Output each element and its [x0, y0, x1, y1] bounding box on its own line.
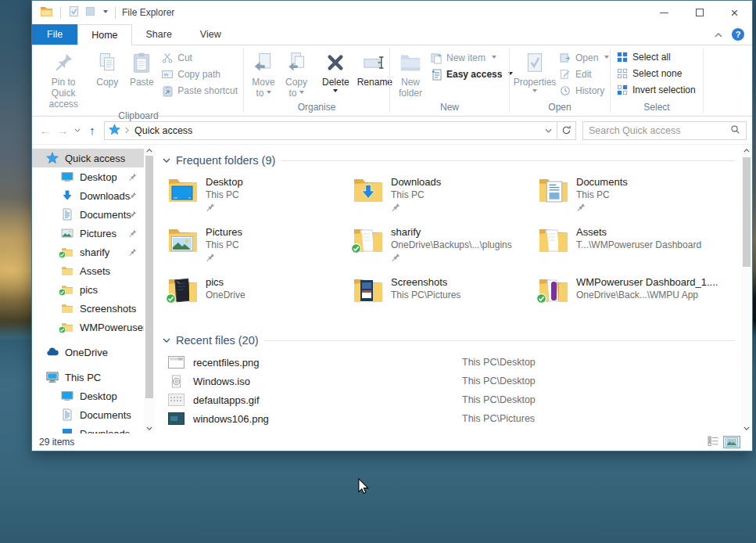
sidebar-item-assets[interactable]: Assets — [32, 261, 144, 280]
search-box[interactable] — [582, 121, 747, 140]
pin-icon — [128, 247, 137, 259]
disc-image-icon — [167, 375, 185, 388]
sidebar-item-pictures[interactable]: Pictures — [32, 224, 144, 243]
tile-downloads[interactable]: Downloads This PC — [353, 173, 538, 223]
recent-locations-chevron-icon[interactable] — [71, 128, 84, 132]
scrollbar-thumb[interactable] — [145, 156, 153, 398]
edit-button[interactable]: Edit — [559, 68, 609, 81]
copy-path-button[interactable]: Copy path — [161, 68, 238, 81]
chevron-down-icon[interactable] — [163, 338, 170, 343]
invert-selection-button[interactable]: Invert selection — [616, 84, 696, 96]
paste-shortcut-button[interactable]: Paste shortcut — [161, 85, 238, 97]
file-row-defaultapps[interactable]: defaultapps.gif This PC\Desktop — [167, 390, 741, 409]
breadcrumb[interactable]: Quick access — [134, 125, 192, 136]
easy-access-button[interactable]: Easy access — [430, 68, 513, 81]
sidebar-item-pics[interactable]: pics — [32, 280, 144, 299]
app-folder-icon — [40, 5, 53, 20]
sidebar-item-sharify[interactable]: sharify — [32, 243, 144, 261]
new-folder-button[interactable]: New folder — [393, 48, 428, 99]
select-all-button[interactable]: Select all — [616, 51, 696, 63]
folder-downloads-icon — [353, 176, 384, 204]
pin-icon — [576, 203, 628, 214]
tab-share[interactable]: Share — [132, 24, 186, 45]
qat-new-folder-button[interactable] — [84, 5, 96, 20]
copy-button[interactable]: Copy — [90, 48, 124, 88]
properties-button[interactable]: Properties — [513, 48, 557, 95]
file-row-recentfiles[interactable]: recentfiles.png This PC\Desktop — [167, 353, 741, 372]
sidebar-item-downloads[interactable]: Downloads — [32, 186, 144, 205]
paste-button[interactable]: Paste — [124, 48, 159, 88]
cut-button[interactable]: Cut — [161, 52, 238, 64]
sidebar-item-quick-access[interactable]: Quick access — [32, 149, 144, 167]
this-pc-icon — [46, 371, 59, 383]
scroll-up-icon[interactable] — [144, 145, 155, 156]
search-icon[interactable] — [730, 124, 740, 137]
select-none-button[interactable]: Select none — [616, 67, 696, 80]
address-dropdown-chevron-icon[interactable] — [539, 122, 557, 139]
sidebar-item-wmpoweruser[interactable]: WMPoweruser D — [32, 318, 144, 336]
new-item-button[interactable]: New item — [430, 52, 513, 64]
tile-assets[interactable]: Assets T...\WMPoweruser Dashboard — [538, 223, 723, 273]
search-input[interactable] — [589, 125, 730, 136]
pin-to-quick-access-button[interactable]: Pin to Quick access — [37, 48, 90, 110]
sidebar-item-documents[interactable]: Documents — [32, 205, 144, 224]
up-icon[interactable]: ↑ — [84, 124, 101, 137]
tab-file[interactable]: File — [32, 24, 77, 45]
frequent-folders-header[interactable]: Frequent folders (9) — [163, 154, 741, 167]
tile-documents[interactable]: Documents This PC — [538, 173, 723, 223]
pin-icon — [50, 49, 77, 76]
group-label-new: New — [390, 101, 509, 116]
help-icon[interactable]: ? — [732, 28, 744, 41]
tab-view[interactable]: View — [186, 24, 235, 45]
file-row-windows106[interactable]: windows106.png This PC\Pictures — [167, 409, 741, 428]
qat-properties-button[interactable] — [68, 5, 80, 20]
large-icons-view-icon[interactable] — [723, 436, 740, 448]
history-button[interactable]: History — [559, 85, 609, 97]
open-button[interactable]: Open — [559, 52, 609, 64]
minimize-ribbon-icon[interactable] — [715, 29, 722, 40]
sync-check-icon — [59, 249, 66, 261]
new-folder-icon — [397, 49, 424, 76]
delete-x-icon — [322, 49, 349, 76]
sidebar-item-screenshots[interactable]: Screenshots — [32, 299, 144, 318]
tile-wmpoweruser-dashboard[interactable]: WMPoweruser Dashboard_1.... OneDrive\Bac… — [538, 273, 723, 323]
sidebar-item-pc-downloads[interactable]: Downloads — [32, 424, 144, 433]
paste-icon — [128, 49, 155, 76]
details-view-icon[interactable] — [708, 436, 719, 448]
copy-to-button[interactable]: Copy to — [280, 48, 313, 99]
sidebar-item-desktop[interactable]: Desktop — [32, 167, 144, 186]
download-arrow-icon — [61, 427, 73, 433]
tab-home[interactable]: Home — [77, 24, 131, 45]
refresh-icon[interactable] — [557, 121, 576, 140]
scroll-down-icon[interactable] — [741, 423, 752, 433]
delete-button[interactable]: Delete — [318, 48, 353, 95]
sidebar-item-pc-documents[interactable]: Documents — [32, 405, 144, 424]
sidebar-item-pc-desktop[interactable]: Desktop — [32, 387, 144, 405]
tile-desktop[interactable]: Desktop This PC — [167, 173, 353, 223]
maximize-button[interactable] — [682, 1, 717, 24]
titlebar[interactable]: File Explorer × — [32, 1, 752, 24]
tile-sharify[interactable]: sharify OneDrive\Backups\...\plugins — [353, 223, 538, 273]
scroll-down-icon[interactable] — [144, 423, 155, 433]
sidebar-item-this-pc[interactable]: This PC — [32, 368, 144, 387]
close-button[interactable]: × — [717, 1, 752, 24]
move-to-button[interactable]: Move to — [247, 48, 280, 99]
scrollbar-thumb[interactable] — [743, 157, 751, 267]
tile-screenshots[interactable]: Screenshots This PC\Pictures — [353, 273, 538, 323]
forward-icon[interactable]: → — [54, 124, 71, 137]
sidebar-scrollbar[interactable] — [144, 145, 155, 433]
content-scrollbar[interactable] — [741, 145, 752, 433]
minimize-button[interactable] — [647, 1, 682, 24]
recent-files-header[interactable]: Recent files (20) — [163, 334, 741, 347]
scroll-up-icon[interactable] — [741, 145, 752, 156]
file-row-windows-iso[interactable]: Windows.iso This PC\Desktop — [167, 372, 741, 390]
onedrive-cloud-icon — [46, 346, 59, 358]
address-bar[interactable]: Quick access — [104, 121, 557, 140]
tile-pics[interactable]: pics OneDrive — [167, 273, 353, 323]
new-item-icon — [430, 52, 442, 64]
qat-customize-dropdown[interactable] — [103, 10, 108, 16]
tile-pictures[interactable]: Pictures This PC — [167, 223, 353, 273]
back-icon[interactable]: ← — [37, 124, 54, 137]
sidebar-item-onedrive[interactable]: OneDrive — [32, 343, 144, 361]
chevron-down-icon[interactable] — [163, 158, 170, 163]
